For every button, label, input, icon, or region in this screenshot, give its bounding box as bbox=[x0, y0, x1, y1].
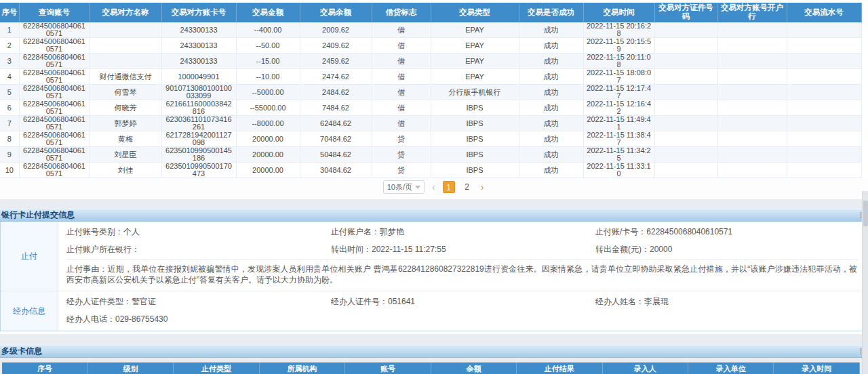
cell-balance: 7484.62 bbox=[300, 100, 372, 116]
cell-amount: --50.00 bbox=[236, 38, 300, 54]
transactions-header-row: 序号查询账号交易对方名称交易对方账卡号交易金额交易余额借贷标志交易类型交易是否成… bbox=[0, 3, 861, 22]
page-number-button[interactable]: 1 bbox=[443, 181, 455, 193]
cell-card: 243300133 bbox=[161, 54, 236, 69]
field-item: 止付账户所在银行： bbox=[66, 244, 331, 255]
column-header: 交易时间 bbox=[583, 3, 654, 22]
column-header: 所属机构 bbox=[259, 362, 344, 374]
cell-balance: 62484.62 bbox=[300, 116, 372, 131]
cell-time: 2022-11-15 20:16:28 bbox=[583, 22, 654, 38]
cell-balance: 2459.62 bbox=[300, 54, 372, 69]
cell-name: 财付通微信支付 bbox=[90, 69, 161, 85]
cell-bank bbox=[717, 69, 787, 85]
operator-info-row: 经办信息 经办人证件类型：警官证经办人证件号：051641经办人姓名：李晨琨经办… bbox=[1, 291, 867, 331]
transaction-row[interactable]: 16228450068040610571243300133--400.00200… bbox=[0, 22, 861, 38]
cell-time: 2022-11-15 12:17:47 bbox=[583, 85, 654, 100]
cell-flag: 借 bbox=[372, 38, 431, 54]
cell-time: 2022-11-15 20:11:08 bbox=[583, 54, 654, 69]
transaction-row[interactable]: 26228450068040610571243300133--50.002409… bbox=[0, 38, 861, 54]
cell-type: IBPS bbox=[431, 100, 519, 116]
field-item: 转出金额(元)：20000 bbox=[595, 244, 859, 255]
cell-amount: --8000.00 bbox=[236, 116, 300, 131]
cell-serial bbox=[787, 69, 861, 85]
cell-balance: 50484.62 bbox=[300, 147, 372, 163]
cell-serial bbox=[787, 147, 861, 163]
transaction-row[interactable]: 56228450068040610571何雪琴90107130801001000… bbox=[0, 85, 861, 100]
cell-cert bbox=[654, 54, 717, 69]
multi-card-header-row: 序号级别止付类型所属机构账号余额止付结果录入人录入单位录入时间 bbox=[2, 362, 860, 374]
cell-success: 成功 bbox=[519, 85, 583, 100]
field-item: 止付账号类别：个人 bbox=[66, 226, 331, 238]
column-header: 交易对方名称 bbox=[90, 3, 161, 22]
pagination: 10条/页 ‹ 12 › bbox=[0, 178, 868, 196]
cell-serial bbox=[787, 100, 861, 116]
cell-account: 6228450068040610571 bbox=[19, 131, 90, 147]
column-header: 账号 bbox=[345, 362, 431, 374]
multi-card-table: 序号级别止付类型所属机构账号余额止付结果录入人录入单位录入时间 1一级第三方止付… bbox=[2, 362, 860, 374]
transaction-row[interactable]: 86228450068040610571黄梅621728194200112709… bbox=[0, 131, 861, 147]
cell-time: 2022-11-15 11:38:47 bbox=[583, 131, 654, 147]
cell-type: EPAY bbox=[431, 38, 519, 54]
cell-success: 成功 bbox=[519, 163, 583, 178]
column-header: 交易对方账号开户行 bbox=[717, 3, 787, 22]
operator-info-fields: 经办人证件类型：警官证经办人证件号：051641经办人姓名：李晨琨经办人电话：0… bbox=[66, 293, 859, 328]
transactions-table: 序号查询账号交易对方名称交易对方账卡号交易金额交易余额借贷标志交易类型交易是否成… bbox=[0, 3, 862, 178]
column-header: 交易余额 bbox=[300, 3, 372, 22]
prev-page-button[interactable]: ‹ bbox=[431, 181, 437, 193]
cell-seq: 1 bbox=[0, 22, 19, 38]
cell-bank bbox=[717, 85, 787, 100]
cell-account: 6228450068040610571 bbox=[19, 38, 90, 54]
cell-type: IBPS bbox=[431, 163, 519, 178]
cell-card: 6217281942001127098 bbox=[161, 131, 236, 147]
cell-account: 6228450068040610571 bbox=[19, 100, 90, 116]
section-title: 多级卡信息 bbox=[0, 346, 42, 357]
cell-time: 2022-11-15 12:16:42 bbox=[583, 100, 654, 116]
cell-name: 刘佳 bbox=[90, 163, 161, 178]
cell-card: 243300133 bbox=[161, 38, 236, 54]
cell-flag: 借 bbox=[372, 116, 431, 131]
next-page-button[interactable]: › bbox=[479, 181, 486, 193]
transaction-row[interactable]: 76228450068040610571郭梦婷62303611010734162… bbox=[0, 116, 861, 131]
transaction-row[interactable]: 96228450068040610571刘星臣62350109905001451… bbox=[0, 147, 861, 163]
cell-name: 何雪琴 bbox=[90, 85, 161, 100]
cell-success: 成功 bbox=[519, 116, 583, 131]
column-header: 止付类型 bbox=[174, 362, 259, 374]
column-header: 止付结果 bbox=[517, 362, 602, 374]
transaction-row[interactable]: 66228450068040610571何晓芳62166116000038428… bbox=[0, 100, 861, 116]
panel-bottom-strip bbox=[0, 331, 868, 334]
column-header: 交易对方证件号码 bbox=[654, 3, 717, 22]
field-item: 经办人姓名：李晨琨 bbox=[595, 296, 859, 308]
transaction-row[interactable]: 106228450068040610571刘佳62350109905001704… bbox=[0, 163, 861, 178]
cell-success: 成功 bbox=[519, 54, 583, 69]
cell-flag: 借 bbox=[372, 100, 431, 116]
cell-cert bbox=[654, 163, 717, 178]
transaction-row[interactable]: 36228450068040610571243300133--15.002459… bbox=[0, 54, 861, 69]
cell-flag: 借 bbox=[372, 22, 431, 38]
cell-seq: 5 bbox=[0, 85, 19, 100]
cell-serial bbox=[787, 85, 861, 100]
column-header: 录入单位 bbox=[688, 362, 774, 374]
field-row: 止付账户所在银行：转出时间：2022-11-15 11:27:55转出金额(元)… bbox=[66, 241, 859, 258]
cell-seq: 7 bbox=[0, 116, 19, 131]
page-size-select[interactable]: 10条/页 bbox=[383, 180, 425, 194]
vertical-scrollbar[interactable] bbox=[862, 191, 868, 374]
field-item: 止付账/卡号：6228450068040610571 bbox=[595, 226, 859, 238]
stop-payment-fields: 止付账号类别：个人止付账户名：郭梦艳止付账/卡号：622845006804061… bbox=[66, 223, 859, 258]
cell-serial bbox=[787, 131, 861, 147]
cell-account: 6228450068040610571 bbox=[19, 54, 90, 69]
transaction-row[interactable]: 46228450068040610571财付通微信支付1000049901--1… bbox=[0, 69, 861, 85]
cell-seq: 6 bbox=[0, 100, 19, 116]
page-number-button[interactable]: 2 bbox=[461, 181, 473, 193]
cell-seq: 9 bbox=[0, 147, 19, 163]
cell-card: 6216611600003842816 bbox=[161, 100, 236, 116]
stop-payment-row-label: 止付 bbox=[1, 222, 58, 291]
cell-serial bbox=[787, 116, 861, 131]
column-header: 录入人 bbox=[602, 362, 688, 374]
column-header: 级别 bbox=[87, 362, 173, 374]
cell-amount: 20000.00 bbox=[236, 147, 300, 163]
scrollbar-thumb[interactable] bbox=[863, 201, 868, 226]
cell-account: 6228450068040610571 bbox=[19, 69, 90, 85]
cell-cert bbox=[654, 85, 717, 100]
cell-time: 2022-11-15 18:08:07 bbox=[583, 69, 654, 85]
cell-cert bbox=[654, 147, 717, 163]
cell-balance: 2484.62 bbox=[300, 85, 372, 100]
